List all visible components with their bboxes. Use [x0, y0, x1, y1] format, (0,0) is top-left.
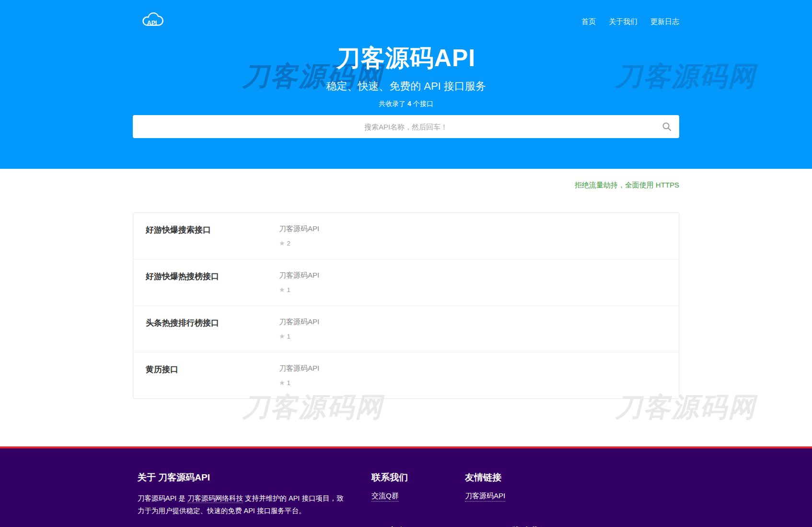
top-bar: API 首页 关于我们 更新日志 [133, 0, 679, 31]
api-title[interactable]: 好游快爆搜索接口 [146, 224, 279, 235]
footer-sponsor-section: 赞助我们 [511, 525, 548, 527]
footer-api-all-section: API大全 [372, 525, 406, 527]
footer-about-title: 关于 刀客源码API [138, 471, 347, 484]
svg-text:API: API [147, 20, 157, 26]
api-title[interactable]: 黄历接口 [146, 364, 279, 375]
api-list-row[interactable]: 好游快爆热搜榜接口 刀客源码API ★1 [133, 259, 679, 305]
footer-about-section: 关于 刀客源码API 刀客源码API 是 刀客源码网络科技 支持并维护的 API… [138, 471, 347, 527]
about-text-a: 刀客源码API 是 [138, 494, 187, 502]
search-icon[interactable] [662, 122, 672, 131]
star-icon: ★ [279, 286, 285, 293]
api-star-count: ★1 [279, 332, 319, 340]
star-value: 1 [287, 286, 290, 293]
footer-links-section: 友情链接 刀客源码API [465, 471, 505, 502]
footer-api-all-title: API大全 [372, 525, 406, 527]
api-provider: 刀客源码API [279, 317, 319, 327]
api-count-value: 4 [407, 100, 411, 107]
hero: 刀客源码API 稳定、快速、免费的 API 接口服务 共收录了 4 个接口 [133, 42, 679, 138]
header: 刀客源码网 刀客源码网 API 首页 关于我们 更新日志 刀客源码API 稳定、… [0, 0, 812, 169]
api-star-count: ★1 [279, 286, 319, 293]
page-title: 刀客源码API [133, 42, 679, 74]
main-nav: 首页 关于我们 更新日志 [581, 17, 679, 26]
star-value: 2 [287, 240, 290, 247]
api-count-suffix: 个接口 [411, 100, 433, 107]
api-count-prefix: 共收录了 [379, 100, 407, 107]
footer: 关于 刀客源码API 刀客源码API 是 刀客源码网络科技 支持并维护的 API… [0, 446, 812, 527]
search-box [133, 115, 679, 138]
nav-item-about[interactable]: 关于我们 [609, 17, 638, 26]
footer-stats-text: 自上线以来总累计提供数 5 次 API 接口服务。其中，昨日调用数 次，今日调用… [138, 525, 347, 527]
logo[interactable]: API [141, 12, 163, 31]
footer-about-text: 刀客源码API 是 刀客源码网络科技 支持并维护的 API 接口项目，致力于为用… [138, 492, 347, 517]
nav-item-home[interactable]: 首页 [581, 17, 596, 26]
footer-links-title: 友情链接 [465, 471, 505, 484]
api-provider: 刀客源码API [279, 364, 319, 373]
qq-group-link[interactable]: 交流Q群 [371, 492, 399, 502]
search-input[interactable] [133, 115, 679, 138]
star-icon: ★ [279, 332, 285, 340]
footer-contact-section: 联系我们 交流Q群 [371, 471, 408, 502]
api-list-row[interactable]: 好游快爆搜索接口 刀客源码API ★2 [133, 213, 679, 259]
https-notice: 拒绝流量劫持，全面使用 HTTPS [133, 169, 679, 190]
api-star-count: ★1 [279, 379, 319, 386]
api-title[interactable]: 好游快爆热搜榜接口 [146, 271, 279, 282]
nav-item-changelog[interactable]: 更新日志 [650, 17, 679, 26]
star-value: 1 [287, 333, 290, 340]
api-list-row[interactable]: 黄历接口 刀客源码API ★1 [133, 352, 679, 398]
api-star-count: ★2 [279, 239, 319, 247]
company-link[interactable]: 刀客源码网络科技 [187, 494, 243, 503]
star-value: 1 [287, 379, 290, 386]
star-icon: ★ [279, 379, 285, 386]
footer-sponsor-title: 赞助我们 [511, 525, 548, 527]
friend-link[interactable]: 刀客源码API [465, 492, 505, 502]
api-provider: 刀客源码API [279, 271, 319, 280]
api-list: 好游快爆搜索接口 刀客源码API ★2 好游快爆热搜榜接口 刀客源码API ★1… [133, 212, 679, 399]
footer-contact-title: 联系我们 [371, 471, 408, 484]
star-icon: ★ [279, 239, 285, 247]
api-count-line: 共收录了 4 个接口 [133, 100, 679, 108]
api-provider: 刀客源码API [279, 224, 319, 234]
api-title[interactable]: 头条热搜排行榜接口 [146, 317, 279, 328]
cloud-api-icon: API [141, 12, 163, 29]
api-list-row[interactable]: 头条热搜排行榜接口 刀客源码API ★1 [133, 305, 679, 352]
page-subtitle: 稳定、快速、免费的 API 接口服务 [133, 79, 679, 94]
